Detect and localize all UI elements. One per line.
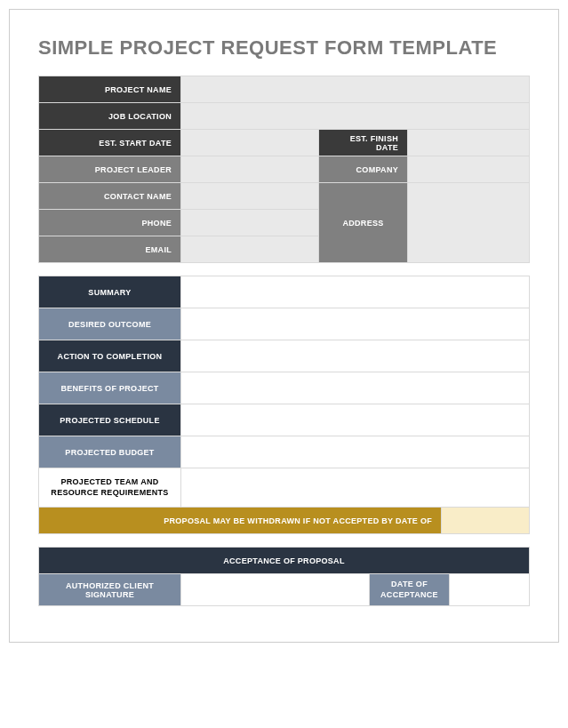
label-phone: PHONE	[39, 210, 181, 236]
label-address: ADDRESS	[319, 183, 408, 263]
field-withdraw-date[interactable]	[442, 508, 530, 534]
label-contact-name: CONTACT NAME	[39, 183, 181, 210]
field-benefits-of-project[interactable]	[181, 372, 530, 404]
label-est-start-date: EST. START DATE	[39, 130, 181, 156]
label-job-location: JOB LOCATION	[39, 103, 181, 130]
field-phone[interactable]	[181, 210, 319, 236]
field-project-name[interactable]	[181, 76, 530, 103]
section-project-details: SUMMARY DESIRED OUTCOME ACTION TO COMPLE…	[38, 276, 530, 534]
label-est-finish-date: EST. FINISH DATE	[319, 130, 408, 156]
field-job-location[interactable]	[181, 103, 530, 130]
field-date-of-acceptance[interactable]	[449, 574, 529, 606]
form-page: SIMPLE PROJECT REQUEST FORM TEMPLATE PRO…	[9, 9, 559, 643]
field-projected-team[interactable]	[181, 468, 530, 508]
label-company: COMPANY	[319, 156, 408, 183]
label-projected-budget: PROJECTED BUDGET	[39, 436, 181, 468]
section-project-info: PROJECT NAME JOB LOCATION EST. START DAT…	[38, 76, 530, 263]
label-withdraw-notice: PROPOSAL MAY BE WITHDRAWN IF NOT ACCEPTE…	[39, 508, 442, 534]
label-email: EMAIL	[39, 236, 181, 263]
field-summary[interactable]	[181, 276, 530, 308]
label-projected-schedule: PROJECTED SCHEDULE	[39, 404, 181, 436]
section-acceptance: ACCEPTANCE OF PROPOSAL AUTHORIZED CLIENT…	[38, 547, 530, 606]
field-action-to-completion[interactable]	[181, 340, 530, 372]
label-date-of-acceptance: DATE OF ACCEPTANCE	[369, 574, 449, 606]
field-projected-schedule[interactable]	[181, 404, 530, 436]
label-projected-team: PROJECTED TEAM AND RESOURCE REQUIREMENTS	[39, 468, 181, 508]
field-contact-name[interactable]	[181, 183, 319, 210]
field-authorized-signature[interactable]	[181, 574, 370, 606]
field-project-leader[interactable]	[181, 156, 319, 183]
field-desired-outcome[interactable]	[181, 308, 530, 340]
label-project-name: PROJECT NAME	[39, 76, 181, 103]
field-company[interactable]	[408, 156, 530, 183]
label-summary: SUMMARY	[39, 276, 181, 308]
field-est-start-date[interactable]	[181, 130, 319, 156]
label-benefits-of-project: BENEFITS OF PROJECT	[39, 372, 181, 404]
label-desired-outcome: DESIRED OUTCOME	[39, 308, 181, 340]
label-action-to-completion: ACTION TO COMPLETION	[39, 340, 181, 372]
form-title: SIMPLE PROJECT REQUEST FORM TEMPLATE	[38, 36, 530, 60]
label-acceptance-of-proposal: ACCEPTANCE OF PROPOSAL	[39, 548, 530, 574]
label-authorized-signature: AUTHORIZED CLIENT SIGNATURE	[39, 574, 181, 606]
field-address[interactable]	[408, 183, 530, 263]
field-email[interactable]	[181, 236, 319, 263]
field-est-finish-date[interactable]	[408, 130, 530, 156]
label-project-leader: PROJECT LEADER	[39, 156, 181, 183]
field-projected-budget[interactable]	[181, 436, 530, 468]
